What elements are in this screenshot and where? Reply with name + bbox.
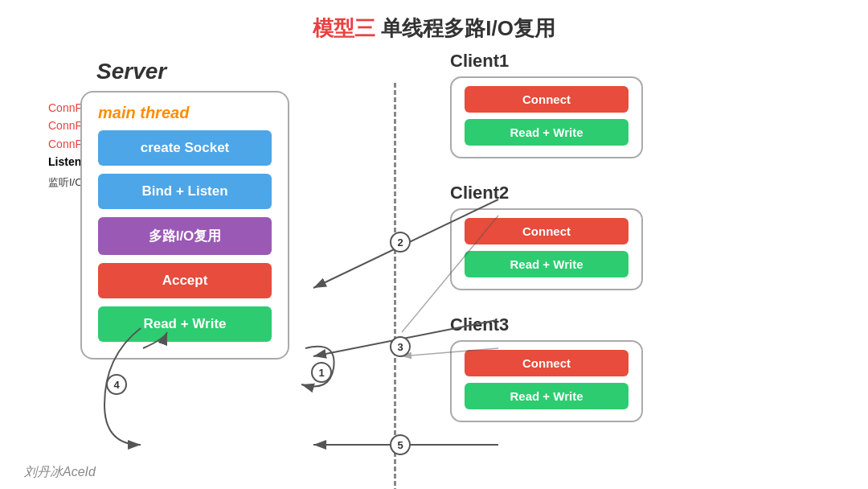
client1-group: Client1 Connect Read + Write (450, 51, 804, 158)
accept-btn: Accept (98, 263, 272, 298)
client2-label: Client2 (450, 183, 804, 203)
client3-connect-btn: Connect (465, 350, 628, 376)
server-rw-btn: Read + Write (98, 306, 272, 342)
client1-box: Connect Read + Write (450, 76, 643, 158)
svg-text:4: 4 (113, 379, 120, 391)
svg-text:5: 5 (397, 439, 403, 451)
client2-connect-btn: Connect (465, 218, 628, 244)
main-thread-label: main thread (98, 104, 272, 122)
server-label: Server (96, 59, 346, 84)
client3-group: Client3 Connect Read + Write (450, 314, 804, 422)
svg-point-11 (312, 363, 331, 382)
client1-rw-btn: Read + Write (465, 119, 628, 146)
svg-text:3: 3 (397, 341, 403, 353)
title-rest: 单线程多路I/O复用 (381, 16, 555, 40)
dashed-divider (394, 83, 396, 489)
multiplex-btn: 多路I/O复用 (98, 217, 272, 255)
client2-group: Client2 Connect Read + Write (450, 183, 804, 290)
clients-section: Client1 Connect Read + Write Client2 Con… (450, 51, 804, 435)
client3-label: Client3 (450, 314, 804, 335)
main-layout: Server ConnFd1 ConnFd2 ConnFd3 ListenFd … (0, 51, 868, 477)
svg-text:1: 1 (318, 367, 324, 379)
client2-box: Connect Read + Write (450, 208, 643, 290)
client1-label: Client1 (450, 51, 804, 72)
svg-text:2: 2 (397, 236, 403, 249)
create-socket-btn: create Socket (98, 130, 272, 166)
client2-rw-btn: Read + Write (465, 251, 628, 277)
bind-listen-btn: Bind + Listen (98, 174, 272, 209)
title-highlight: 模型三 (313, 16, 375, 40)
client3-rw-btn: Read + Write (465, 383, 628, 409)
svg-point-13 (107, 375, 126, 394)
server-box: main thread create Socket Bind + Listen … (80, 91, 289, 360)
page-title: 模型三 单线程多路I/O复用 (0, 14, 868, 43)
server-section: Server ConnFd1 ConnFd2 ConnFd3 ListenFd … (48, 59, 346, 360)
client3-box: Connect Read + Write (450, 340, 643, 422)
watermark: 刘丹冰AceId (24, 464, 96, 481)
client1-connect-btn: Connect (465, 86, 628, 113)
